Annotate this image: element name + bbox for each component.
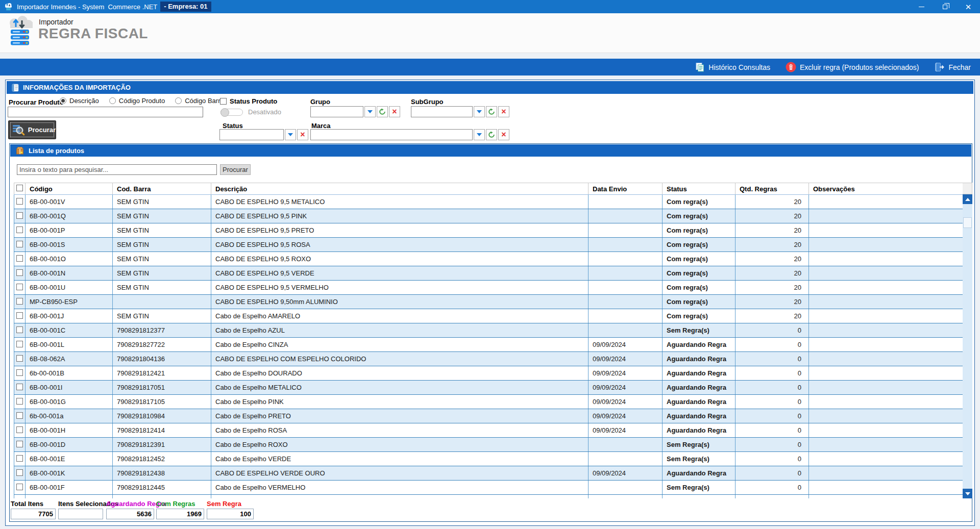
row-checkbox[interactable] <box>16 484 23 490</box>
radio-codigo-barra-circle <box>175 97 182 104</box>
cell-status: Com regra(s) <box>663 281 736 295</box>
cell-status: Com regra(s) <box>663 295 736 309</box>
table-row: 6B-00-001F7908291812445Cabo de Espelho V… <box>14 481 963 495</box>
grupo-combo: × <box>310 106 400 117</box>
row-checkbox[interactable] <box>16 241 23 247</box>
table-row: 6B-00-001SSEM GTINCABO DE ESPELHO 9,5 RO… <box>14 238 963 252</box>
marca-dropdown-button[interactable] <box>474 129 485 140</box>
cell-codigo: 6B-00-001N <box>26 266 113 281</box>
row-checkbox[interactable] <box>16 312 23 319</box>
grupo-clear-button[interactable]: × <box>389 106 400 117</box>
row-checkbox[interactable] <box>16 326 23 333</box>
cell-obs <box>809 452 963 466</box>
row-checkbox[interactable] <box>16 469 23 476</box>
table-row: 6B-00-001QSEM GTINCABO DE ESPELHO 9,5 PI… <box>14 209 963 223</box>
total-value-com[interactable]: 1969 <box>156 509 204 519</box>
excluir-regra-button[interactable]: Excluir regra (Produtos selecionados) <box>786 62 919 72</box>
row-checkbox[interactable] <box>16 398 23 405</box>
cell-obs <box>809 395 963 409</box>
desativado-toggle[interactable] <box>220 109 243 116</box>
status-dropdown-button[interactable] <box>285 129 296 140</box>
row-checkbox[interactable] <box>16 412 23 419</box>
scroll-up-button[interactable] <box>963 194 972 204</box>
cell-data_envio: 09/09/2024 <box>589 366 663 381</box>
list-search-input[interactable] <box>17 164 217 175</box>
row-checkbox[interactable] <box>16 369 23 376</box>
subgrupo-clear-button[interactable]: × <box>498 106 509 117</box>
historico-consultas-button[interactable]: Histórico Consultas <box>695 62 770 72</box>
grupo-combo-field[interactable] <box>310 106 363 117</box>
scroll-down-button[interactable] <box>963 489 972 498</box>
row-checkbox[interactable] <box>16 355 23 362</box>
table-row: 6B-00-001VSEM GTINCABO DE ESPELHO 9,5 ME… <box>14 195 963 209</box>
col-header-codigo[interactable]: Código <box>26 183 113 195</box>
grupo-dropdown-button[interactable] <box>364 106 376 117</box>
restore-button[interactable] <box>933 0 957 13</box>
radio-codigo-barra[interactable]: Código Barra <box>175 97 224 105</box>
fechar-button[interactable]: Fechar <box>934 62 971 72</box>
col-header-data-envio[interactable]: Data Envio <box>589 183 663 195</box>
row-checkbox[interactable] <box>16 198 23 205</box>
row-checkbox[interactable] <box>16 426 23 433</box>
cell-descricao: Cabo de Espelho ROXO <box>211 438 589 452</box>
status-combo-field[interactable] <box>219 129 284 140</box>
cell-obs <box>809 252 963 266</box>
row-checkbox[interactable] <box>16 284 23 290</box>
cell-status: Aguardando Regra <box>663 352 736 366</box>
subgrupo-dropdown-button[interactable] <box>474 106 485 117</box>
row-checkbox[interactable] <box>16 226 23 233</box>
row-checkbox[interactable] <box>16 212 23 219</box>
cell-status: Com regra(s) <box>663 209 736 223</box>
cell-cod_barra: 7908291817105 <box>113 395 211 409</box>
cell-descricao: Cabo de Espelho PINK <box>211 395 589 409</box>
subgrupo-refresh-button[interactable] <box>486 106 497 117</box>
row-checkbox[interactable] <box>16 384 23 390</box>
list-procurar-button[interactable]: Procurar <box>220 164 251 175</box>
total-value-aguardando[interactable]: 5636 <box>106 509 154 519</box>
excluir-regra-label: Excluir regra (Produtos selecionados) <box>800 63 919 71</box>
chevron-down-icon <box>477 110 482 113</box>
cell-descricao: Cabo de Espelho AZUL <box>211 323 589 338</box>
total-value-sem[interactable]: 100 <box>207 509 254 519</box>
marca-clear-button[interactable]: × <box>498 129 509 140</box>
procurar-produto-input[interactable] <box>8 107 203 117</box>
cell-obs <box>809 281 963 295</box>
page-title: REGRA FISCAL <box>38 26 148 42</box>
marca-refresh-button[interactable] <box>486 129 497 140</box>
subgrupo-combo-field[interactable] <box>411 106 473 117</box>
marca-combo-field[interactable] <box>310 129 473 140</box>
cell-obs <box>809 209 963 223</box>
radio-descricao[interactable]: Descrição <box>60 97 99 105</box>
cell-codigo: 6B-00-001I <box>26 381 113 395</box>
total-value-selecionados[interactable] <box>58 509 103 519</box>
radio-codigo-produto[interactable]: Código Produto <box>109 97 165 105</box>
col-header-descricao[interactable]: Descrição <box>211 183 589 195</box>
minimize-button[interactable] <box>910 0 933 13</box>
row-checkbox[interactable] <box>16 255 23 262</box>
col-header-observacoes[interactable]: Observações <box>809 183 963 195</box>
total-value-total[interactable]: 7705 <box>11 509 56 519</box>
row-checkbox[interactable] <box>16 455 23 462</box>
procurar-button[interactable]: Procurar <box>8 120 56 139</box>
scrollbar-track[interactable] <box>963 194 972 498</box>
grupo-refresh-button[interactable] <box>377 106 388 117</box>
cell-descricao: Cabo de Espelho VERMELHO <box>211 481 589 495</box>
cell-cod_barra: SEM GTIN <box>113 266 211 281</box>
status-clear-button[interactable]: × <box>297 129 308 140</box>
cell-codigo: 6B-00-001L <box>26 338 113 352</box>
close-button[interactable]: ✕ <box>957 0 980 13</box>
col-header-cod-barra[interactable]: Cod. Barra <box>113 183 211 195</box>
select-all-checkbox[interactable] <box>16 185 23 191</box>
status-combo: × <box>219 129 308 140</box>
scrollbar-thumb[interactable] <box>963 217 972 228</box>
procurar-produto-label: Procurar Produto <box>9 98 64 106</box>
status-produto-checkbox-row[interactable]: Status Produto <box>220 97 277 105</box>
row-checkbox[interactable] <box>16 298 23 305</box>
row-checkbox[interactable] <box>16 341 23 347</box>
col-header-qtd-regras[interactable]: Qtd. Regras <box>736 183 809 195</box>
status-produto-checkbox[interactable] <box>220 98 227 105</box>
row-checkbox[interactable] <box>16 269 23 276</box>
cell-checkbox <box>14 352 26 366</box>
col-header-status[interactable]: Status <box>663 183 736 195</box>
row-checkbox[interactable] <box>16 441 23 447</box>
